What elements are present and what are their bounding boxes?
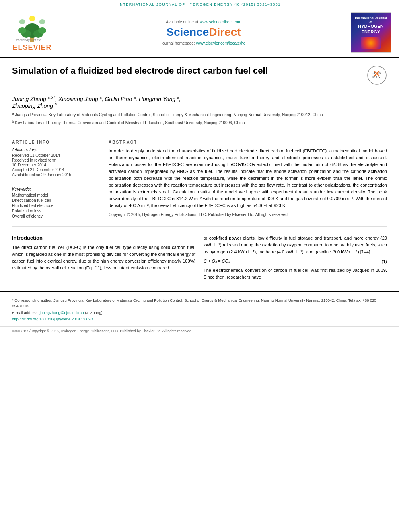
- article-info-column: ARTICLE INFO Article history: Received 1…: [12, 140, 101, 220]
- hongmin-affil: a: [177, 95, 179, 99]
- crossmark-icon[interactable]: Cross Mark: [367, 65, 387, 85]
- bottom-copyright: 0360-3199/Copyright © 2015, Hydrogen Ene…: [0, 326, 399, 335]
- elsevier-brand-text: ELSEVIER: [12, 43, 51, 52]
- svg-point-7: [19, 19, 25, 24]
- footnote-email-link[interactable]: jubingzhang@njnu.edu.cn: [40, 310, 84, 315]
- svg-point-5: [38, 27, 46, 34]
- intro-body-text-col2: to coal-fired power plants, low difficul…: [204, 235, 387, 255]
- elsevier-logo: knowledge for life ELSEVIER: [8, 14, 56, 52]
- jubing-affil: a,b,*: [48, 95, 56, 99]
- author-zhaoping: Zhaoping Zhong: [12, 102, 53, 109]
- guilin-affil: a: [134, 95, 136, 99]
- history-item-4: Accepted 21 December 2014: [12, 168, 101, 172]
- doi-link[interactable]: http://dx.doi.org/10.1016/j.ijhydene.201…: [12, 317, 93, 321]
- affiliation-a: a Jiangsu Provincial Key Laboratory of M…: [12, 111, 387, 118]
- cover-title-text: International Journal ofHYDROGENENERGY: [353, 16, 389, 35]
- body-right-column: to coal-fired power plants, low difficul…: [204, 235, 387, 283]
- journal-banner: knowledge for life ELSEVIER Available on…: [0, 8, 399, 58]
- zhaoping-affil: b: [55, 102, 57, 106]
- article-title-section: Simulation of a fluidized bed electrode …: [0, 58, 399, 91]
- intro-body-text-after-eq: The electrochemical conversion of carbon…: [204, 267, 387, 281]
- article-title: Simulation of a fluidized bed electrode …: [12, 65, 268, 77]
- authors-line: Jubing Zhang a,b,*, Xiaoxiang Jiang a, G…: [12, 95, 387, 109]
- svg-point-9: [29, 16, 35, 21]
- journal-homepage: journal homepage: www.elsevier.com/locat…: [56, 41, 351, 45]
- authors-section: Jubing Zhang a,b,*, Xiaoxiang Jiang a, G…: [0, 91, 399, 134]
- history-item-1: Received 11 October 2014: [12, 153, 101, 158]
- keywords-block: Keywords: Mathematical model Direct carb…: [12, 183, 101, 218]
- equation-block: C + O₂ = CO₂ (1): [204, 259, 387, 264]
- abstract-label: ABSTRACT: [109, 140, 387, 144]
- affiliation-b: b Key Laboratory of Energy Thermal Conve…: [12, 119, 387, 126]
- author-hongmin: Hongmin Yang: [139, 96, 175, 102]
- affiliations-block: a Jiangsu Provincial Key Laboratory of M…: [12, 111, 387, 131]
- history-item-3: 10 December 2014: [12, 163, 101, 167]
- author-jubing: Jubing Zhang: [12, 96, 46, 102]
- xiaoxiang-affil: a: [100, 95, 102, 99]
- svg-point-8: [39, 19, 45, 24]
- footnote-corresponding: * Corresponding author. Jiangsu Provinci…: [12, 298, 387, 309]
- svg-point-4: [18, 27, 26, 34]
- available-online-text: Available online at www.sciencedirect.co…: [56, 20, 351, 24]
- history-item-5: Available online 29 January 2015: [12, 173, 101, 177]
- journal-citation: INTERNATIONAL JOURNAL OF HYDROGEN ENERGY…: [118, 2, 281, 6]
- intro-body-text-col1: The direct carbon fuel cell (DCFC) is th…: [12, 244, 195, 271]
- sciencedirect-logo: ScienceDirect: [56, 26, 351, 39]
- abstract-text: In order to deeply understand the charac…: [109, 148, 387, 218]
- keyword-3: Fluidized bed electrode: [12, 203, 101, 208]
- body-left-column: Introduction The direct carbon fuel cell…: [12, 235, 195, 283]
- sciencedirect-link[interactable]: www.sciencedirect.com: [200, 20, 241, 24]
- journal-header: INTERNATIONAL JOURNAL OF HYDROGEN ENERGY…: [0, 0, 399, 8]
- equation-number: (1): [382, 259, 387, 264]
- svg-text:Mark: Mark: [372, 75, 380, 79]
- elsevier-tree-icon: knowledge for life: [14, 14, 50, 42]
- article-info-label: ARTICLE INFO: [12, 140, 101, 144]
- keyword-2: Direct carbon fuel cell: [12, 198, 101, 203]
- footnotes-section: * Corresponding author. Jiangsu Provinci…: [0, 291, 399, 326]
- svg-text:knowledge for life: knowledge for life: [16, 38, 41, 42]
- keyword-4: Polarization loss: [12, 209, 101, 213]
- article-history-block: Article history: Received 11 October 201…: [12, 148, 101, 177]
- abstract-copyright: Copyright © 2015, Hydrogen Energy Public…: [109, 212, 387, 218]
- body-content: Introduction The direct carbon fuel cell…: [0, 227, 399, 291]
- author-xiaoxiang: Xiaoxiang Jiang: [58, 96, 98, 102]
- history-label: Article history:: [12, 148, 101, 152]
- article-info-abstract-section: ARTICLE INFO Article history: Received 1…: [0, 134, 399, 226]
- footnote-doi: http://dx.doi.org/10.1016/j.ijhydene.201…: [12, 316, 387, 322]
- footnote-email: E-mail address: jubingzhang@njnu.edu.cn …: [12, 310, 387, 316]
- abstract-column: ABSTRACT In order to deeply understand t…: [109, 140, 387, 220]
- keyword-1: Mathematical model: [12, 193, 101, 197]
- sciencedirect-center: Available online at www.sciencedirect.co…: [56, 20, 351, 45]
- introduction-title: Introduction: [12, 235, 195, 241]
- keyword-5: Overall efficiency: [12, 214, 101, 218]
- author-guilin: Guilin Piao: [105, 96, 132, 102]
- journal-home-link[interactable]: www.elsevier.com/locate/he: [196, 41, 245, 45]
- keywords-label: Keywords:: [12, 187, 101, 191]
- history-item-2: Received in revised form: [12, 158, 101, 162]
- journal-cover-image: International Journal ofHYDROGENENERGY: [351, 12, 391, 53]
- equation-text: C + O₂ = CO₂: [204, 259, 230, 264]
